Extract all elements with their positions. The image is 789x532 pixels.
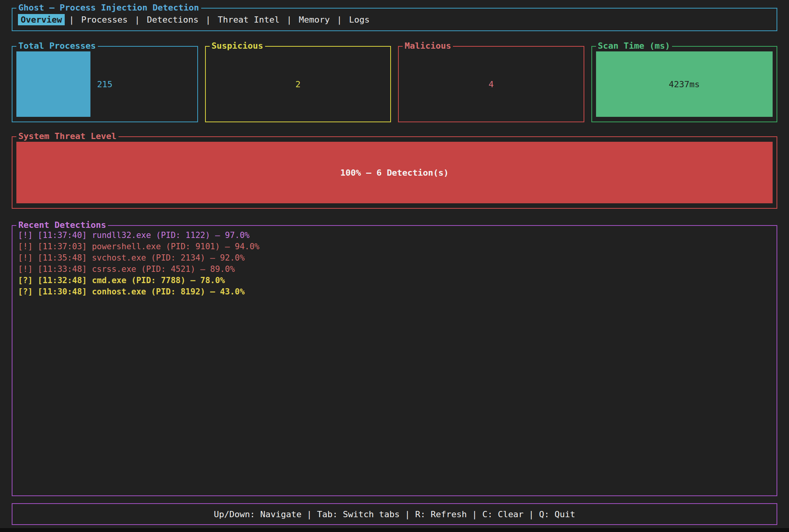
scan-time-title: Scan Time (ms) [596,41,672,51]
recent-detections-title: Recent Detections [16,220,108,231]
malicious-card: Malicious 4 [398,46,584,122]
window-title: Ghost — Process Injection Detection [16,2,201,13]
scan-time-value: 4237ms [596,51,773,117]
detection-row[interactable]: [!] [11:33:48] csrss.exe (PID: 4521) — 8… [18,264,771,275]
detection-row[interactable]: [?] [11:32:48] cmd.exe (PID: 7788) — 78.… [18,275,771,286]
detection-row[interactable]: [!] [11:35:48] svchost.exe (PID: 2134) —… [18,252,771,264]
tab-processes[interactable]: Processes [78,14,130,25]
threat-level-value: 100% — 6 Detection(s) [16,142,773,203]
threat-level-title: System Threat Level [16,131,119,142]
header-tabs-box: Ghost — Process Injection Detection Over… [12,8,777,31]
help-bar: Up/Down: Navigate | Tab: Switch tabs | R… [12,503,777,525]
threat-level-gauge: 100% — 6 Detection(s) [16,142,773,203]
tab-memory[interactable]: Memory [296,14,333,25]
tab-logs[interactable]: Logs [346,14,372,25]
detection-row[interactable]: [!] [11:37:03] powershell.exe (PID: 9101… [18,241,771,252]
tab-separator: | [287,15,292,25]
tab-separator: | [205,15,211,25]
tab-overview[interactable]: Overview [18,14,65,25]
total-processes-title: Total Processes [16,41,98,51]
tab-detections[interactable]: Detections [144,14,201,25]
threat-level-card: System Threat Level 100% — 6 Detection(s… [12,136,777,209]
detection-row[interactable]: [!] [11:37:40] rundll32.exe (PID: 1122) … [18,230,771,241]
total-processes-gauge: 215 [16,51,193,117]
tab-separator: | [69,15,74,25]
tab-threat-intel[interactable]: Threat Intel [215,14,282,25]
suspicious-count: 2 [206,47,391,122]
detection-row[interactable]: [?] [11:30:48] conhost.exe (PID: 8192) —… [18,286,771,298]
recent-detections-card: Recent Detections [!] [11:37:40] rundll3… [12,225,777,496]
scan-time-card: Scan Time (ms) 4237ms [591,46,778,122]
suspicious-card: Suspicious 2 [205,46,391,122]
total-processes-card: Total Processes 215 [12,46,198,122]
scan-time-gauge: 4237ms [596,51,773,117]
tab-separator: | [337,15,342,25]
app-root: Ghost — Process Injection Detection Over… [0,0,789,532]
total-processes-value: 215 [16,51,193,117]
tab-bar: Overview | Processes | Detections | Thre… [18,14,372,25]
malicious-count: 4 [399,47,584,122]
help-text: Up/Down: Navigate | Tab: Switch tabs | R… [214,509,575,519]
stats-row: Total Processes 215 Suspicious 2 Malicio… [12,46,777,122]
detections-list: [!] [11:37:40] rundll32.exe (PID: 1122) … [18,230,771,491]
tab-separator: | [134,15,140,25]
window-bottom-edge [0,528,789,532]
